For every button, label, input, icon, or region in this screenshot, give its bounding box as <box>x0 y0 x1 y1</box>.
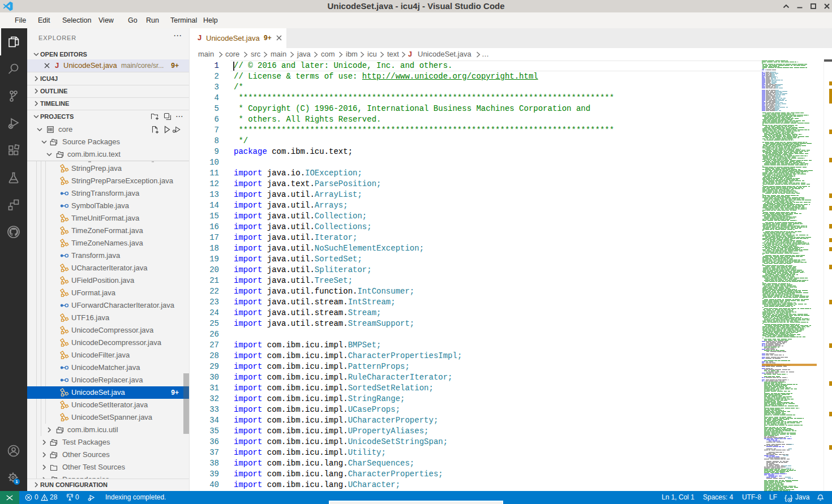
svg-text:1: 1 <box>15 479 18 484</box>
